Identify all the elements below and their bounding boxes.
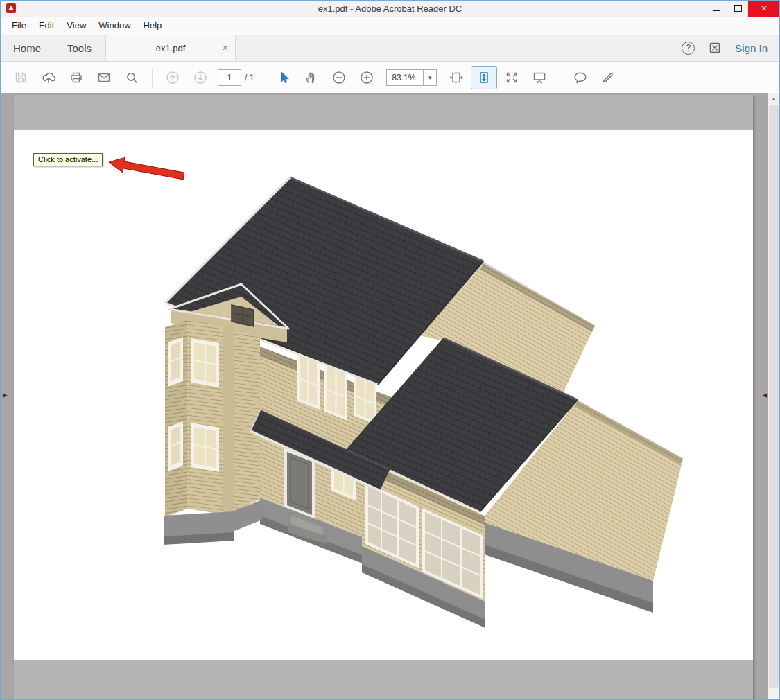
zoom-out-button[interactable] [326,66,352,89]
tabbar: Home Tools ex1.pdf × ? Sign In [0,35,780,62]
maximize-button[interactable] [727,0,748,17]
hand-tool-button[interactable] [298,66,324,89]
envelope-icon [96,70,112,85]
fullscreen-icon [504,70,519,85]
cloud-upload-icon [41,70,56,85]
close-button[interactable]: ✕ [748,0,780,17]
email-button[interactable] [91,66,117,89]
scroll-up-icon[interactable]: ▲ [768,93,780,105]
cursor-arrow-icon [276,70,291,85]
left-pane-toggle[interactable]: ▸ [3,390,8,401]
print-icon [69,70,84,85]
page-up-icon [165,70,180,85]
3d-annotation-poster[interactable]: Click to activate... [14,130,753,660]
comment-bubble-icon [573,70,588,85]
menu-help[interactable]: Help [137,17,168,35]
toolbar-divider [152,69,153,87]
vertical-scrollbar[interactable]: ▲ [768,93,780,700]
menu-view[interactable]: View [60,17,92,35]
help-icon[interactable]: ? [682,42,695,55]
toolbar-divider [263,69,263,87]
poster-letterbox-top [14,95,753,130]
page-number-input[interactable] [218,69,241,86]
share-cloud-button[interactable] [35,66,62,89]
scrollbar-thumb[interactable] [769,105,779,688]
next-page-button[interactable] [187,66,214,89]
fit-page-button[interactable] [471,66,497,89]
highlighter-pen-icon [600,70,616,85]
search-button[interactable] [119,66,145,89]
comment-button[interactable] [567,66,593,89]
menu-window[interactable]: Window [92,17,137,35]
right-pane-toggle[interactable]: ◂ [762,390,767,401]
zoom-control[interactable]: 83.1% ▾ [386,69,437,86]
pdf-page: Click to activate... [14,95,753,700]
tab-home[interactable]: Home [0,35,54,61]
presentation-button[interactable] [526,66,553,89]
activate-tooltip: Click to activate... [33,153,103,166]
select-tool-button[interactable] [270,66,297,89]
fit-width-button[interactable] [443,66,469,89]
zoom-out-icon [331,70,347,85]
window-controls: ✕ [707,0,780,17]
menubar: File Edit View Window Help [0,17,780,35]
save-icon [13,70,28,85]
menu-file[interactable]: File [6,17,33,35]
print-button[interactable] [63,66,89,89]
fullscreen-button[interactable] [499,66,525,89]
tab-tools[interactable]: Tools [54,35,105,61]
fit-width-icon [449,70,464,85]
presentation-screen-icon [532,70,547,85]
highlight-button[interactable] [595,66,621,89]
zoom-dropdown-caret-icon[interactable]: ▾ [423,70,436,85]
document-tab-close-icon[interactable]: × [223,42,228,53]
window-title: ex1.pdf - Adobe Acrobat Reader DC [0,3,780,14]
tab-document[interactable]: ex1.pdf × [105,35,236,61]
previous-page-button[interactable] [159,66,186,89]
titlebar: ex1.pdf - Adobe Acrobat Reader DC ✕ [0,0,780,17]
page-count-label: / 1 [245,73,254,82]
menu-edit[interactable]: Edit [33,17,60,35]
tabbar-right-cluster: ? Sign In [682,35,780,61]
sign-in-button[interactable]: Sign In [735,42,768,54]
document-tab-label: ex1.pdf [156,43,186,53]
toolbar-divider [560,69,560,87]
red-arrow [109,157,184,180]
fit-page-icon [476,70,492,85]
poster-letterbox-bottom [14,660,753,700]
zoom-in-button[interactable] [354,66,380,89]
popout-window-icon[interactable] [709,42,721,54]
zoom-value: 83.1% [387,73,423,82]
document-canvas: Click to activate... ▲ ▸ ◂ [0,93,780,700]
page-down-icon [193,70,208,85]
minimize-button[interactable] [707,0,727,17]
toolbar: / 1 83.1% ▾ [0,62,780,94]
search-icon [124,70,139,85]
hand-icon [304,70,319,85]
house-rendering [14,130,753,660]
zoom-in-icon [359,70,374,85]
save-button[interactable] [8,66,34,89]
